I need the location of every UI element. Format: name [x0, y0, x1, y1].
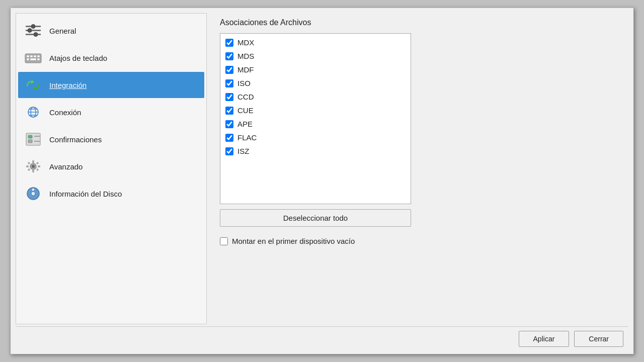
sidebar-label-conexion: Conexión — [49, 108, 81, 117]
svg-rect-19 — [26, 133, 40, 145]
file-item-label: CUE — [237, 106, 254, 115]
file-checkbox-flac[interactable] — [225, 134, 233, 142]
svg-point-4 — [28, 29, 32, 33]
file-checkbox-mdx[interactable] — [225, 39, 233, 47]
file-item[interactable]: ISO — [220, 76, 411, 90]
file-checkbox-ccd[interactable] — [225, 93, 233, 101]
svg-rect-29 — [38, 165, 40, 167]
mount-label[interactable]: Montar en el primer dispositivo vacío — [232, 237, 355, 245]
info-disco-icon: i — [23, 185, 43, 203]
svg-rect-8 — [30, 55, 33, 57]
file-item-label: FLAC — [237, 133, 257, 142]
sidebar-label-general: General — [49, 27, 76, 35]
file-item[interactable]: CCD — [220, 90, 411, 104]
dialog-body: General Atajos de teclado — [16, 13, 628, 324]
file-checkbox-mdf[interactable] — [225, 66, 233, 74]
svg-rect-33 — [36, 168, 39, 171]
deselect-all-button[interactable]: Deseleccionar todo — [220, 209, 411, 227]
sidebar-label-avanzado: Avanzado — [49, 162, 83, 171]
conexion-icon — [23, 103, 43, 121]
file-item-label: MDF — [237, 65, 254, 74]
file-item[interactable]: APE — [220, 117, 411, 131]
file-checkbox-ape[interactable] — [225, 120, 233, 128]
file-item-label: ISO — [237, 79, 251, 87]
file-item[interactable]: MDS — [220, 49, 411, 63]
file-item-label: ISZ — [237, 147, 249, 155]
svg-rect-31 — [36, 162, 39, 165]
file-item[interactable]: FLAC — [220, 131, 411, 144]
confirmaciones-icon — [23, 130, 43, 148]
close-button[interactable]: Cerrar — [574, 331, 623, 347]
keyboard-icon — [23, 49, 43, 67]
section-title: Asociaciones de Archivos — [220, 18, 620, 27]
sidebar-item-integracion[interactable]: Integración — [18, 72, 204, 98]
integracion-icon — [23, 76, 43, 94]
svg-rect-27 — [32, 170, 34, 172]
sidebar-item-avanzado[interactable]: Avanzado — [18, 153, 204, 179]
svg-rect-20 — [28, 135, 32, 138]
sidebar-label-integracion: Integración — [49, 81, 87, 89]
svg-rect-28 — [26, 165, 29, 167]
file-checkbox-iso[interactable] — [225, 79, 233, 87]
svg-rect-32 — [28, 168, 31, 171]
file-item-label: APE — [237, 120, 253, 128]
svg-rect-26 — [32, 160, 34, 163]
file-item[interactable]: ISZ — [220, 144, 411, 158]
sidebar-item-confirmaciones[interactable]: Confirmaciones — [18, 126, 204, 152]
svg-point-25 — [32, 165, 35, 168]
svg-rect-2 — [26, 34, 41, 35]
dialog-footer: Aplicar Cerrar — [16, 326, 628, 349]
svg-rect-10 — [37, 55, 40, 57]
file-item[interactable]: MDX — [220, 36, 411, 49]
svg-rect-13 — [37, 58, 40, 60]
avanzado-icon — [23, 157, 43, 175]
file-item-label: MDX — [237, 38, 254, 47]
mount-option-row: Montar en el primer dispositivo vacío — [220, 237, 620, 245]
sidebar-item-info-disco[interactable]: i Información del Disco — [18, 180, 204, 207]
svg-rect-9 — [34, 55, 36, 57]
sidebar-label-confirmaciones: Confirmaciones — [49, 135, 102, 144]
sidebar-item-general[interactable]: General — [18, 18, 204, 44]
svg-point-5 — [34, 33, 38, 37]
file-checkbox-cue[interactable] — [225, 107, 233, 115]
main-content: Asociaciones de Archivos MDXMDSMDFISOCCD… — [212, 13, 628, 324]
file-checkbox-mds[interactable] — [225, 52, 233, 60]
sidebar-item-conexion[interactable]: Conexión — [18, 99, 204, 125]
mount-checkbox[interactable] — [220, 237, 228, 245]
sidebar-item-atajos[interactable]: Atajos de teclado — [18, 45, 204, 71]
settings-dialog: General Atajos de teclado — [10, 8, 634, 354]
file-checkbox-isz[interactable] — [225, 147, 233, 155]
svg-rect-11 — [27, 58, 29, 60]
sidebar-label-atajos: Atajos de teclado — [49, 54, 107, 62]
file-item-label: CCD — [237, 93, 254, 101]
apply-button[interactable]: Aplicar — [519, 331, 570, 347]
sidebar: General Atajos de teclado — [16, 13, 207, 324]
file-item[interactable]: MDF — [220, 63, 411, 76]
svg-rect-7 — [27, 55, 29, 57]
file-item-label: MDS — [237, 52, 254, 60]
svg-rect-22 — [28, 140, 32, 143]
svg-rect-30 — [28, 162, 31, 165]
file-list[interactable]: MDXMDSMDFISOCCDCUEAPEFLACISZ — [220, 34, 411, 204]
svg-point-3 — [31, 25, 35, 29]
sidebar-label-info-disco: Información del Disco — [49, 190, 122, 198]
svg-rect-12 — [30, 58, 36, 60]
file-association-box: MDXMDSMDFISOCCDCUEAPEFLACISZ — [220, 33, 411, 204]
general-icon — [23, 22, 43, 40]
file-item[interactable]: CUE — [220, 104, 411, 117]
svg-point-35 — [31, 192, 35, 196]
